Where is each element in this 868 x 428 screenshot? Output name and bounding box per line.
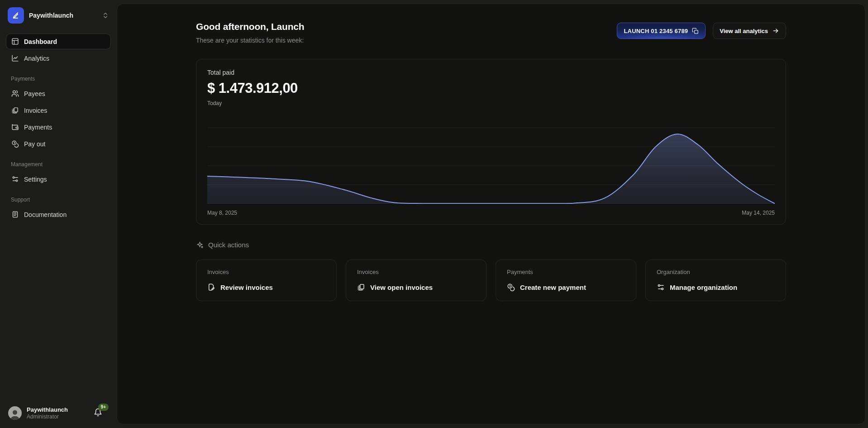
arrow-right-icon bbox=[772, 27, 779, 34]
sidebar-item-label: Pay out bbox=[24, 140, 45, 148]
sidebar-management-nav: Settings bbox=[6, 171, 111, 187]
quick-action-manage-organization[interactable]: Organization Manage organization bbox=[645, 260, 786, 301]
chevrons-up-down-icon bbox=[102, 12, 109, 19]
page-subtitle: These are your statistics for this week: bbox=[196, 37, 304, 44]
quick-action-label: Create new payment bbox=[520, 284, 586, 291]
total-paid-card: Total paid $ 1.473.912,00 Today bbox=[196, 59, 786, 225]
quick-action-label: View open invoices bbox=[370, 284, 433, 291]
sidebar-section-management: Management bbox=[11, 161, 106, 168]
sidebar-item-label: Dashboard bbox=[24, 38, 57, 45]
quick-actions-section: Quick actions Invoices Review invoices I… bbox=[196, 241, 786, 301]
dashboard-icon bbox=[11, 38, 19, 45]
sidebar-payments-nav: Payees Invoices Payments Pay out bbox=[6, 86, 111, 152]
avatar bbox=[8, 406, 22, 420]
launch-logo-icon bbox=[8, 7, 24, 24]
sidebar-item-label: Analytics bbox=[24, 55, 49, 62]
coins-icon bbox=[11, 140, 19, 148]
page-header: Good afternoon, Launch These are your st… bbox=[196, 21, 786, 44]
sparkles-icon bbox=[196, 241, 204, 249]
sidebar-item-payees[interactable]: Payees bbox=[6, 86, 111, 101]
total-paid-title: Total paid bbox=[207, 69, 775, 76]
total-paid-chart bbox=[207, 109, 775, 204]
chart-date-axis: May 8, 2025 May 14, 2025 bbox=[207, 210, 775, 216]
page-title: Good afternoon, Launch bbox=[196, 21, 304, 32]
sidebar-section-support: Support bbox=[11, 197, 106, 203]
header-actions: LAUNCH 01 2345 6789 View all analytics bbox=[617, 23, 786, 39]
stacked-pages-icon bbox=[11, 106, 19, 114]
quick-actions-header: Quick actions bbox=[196, 241, 786, 249]
notification-badge: 9+ bbox=[98, 404, 109, 411]
line-chart-icon bbox=[11, 54, 19, 62]
view-all-analytics-button[interactable]: View all analytics bbox=[713, 23, 786, 39]
sidebar: Paywithlaunch Dashboard Analytics Paymen… bbox=[0, 0, 117, 428]
quick-action-label: Manage organization bbox=[670, 284, 737, 291]
users-icon bbox=[11, 90, 19, 97]
user-meta: Paywithlaunch Administrator bbox=[27, 406, 68, 420]
coins-icon bbox=[507, 283, 515, 291]
sliders-icon bbox=[11, 175, 19, 183]
file-pen-icon bbox=[207, 283, 215, 291]
document-icon bbox=[11, 211, 19, 218]
stacked-pages-icon bbox=[357, 283, 365, 291]
quick-action-review-invoices[interactable]: Invoices Review invoices bbox=[196, 260, 337, 301]
greeting-block: Good afternoon, Launch These are your st… bbox=[196, 21, 304, 44]
notifications-button[interactable]: 9+ bbox=[94, 408, 102, 418]
chart-area bbox=[207, 134, 775, 204]
quick-action-category: Invoices bbox=[357, 269, 475, 275]
workspace-name: Paywithlaunch bbox=[29, 12, 73, 19]
sidebar-item-label: Documentation bbox=[24, 211, 67, 218]
chart-start-date: May 8, 2025 bbox=[207, 210, 237, 216]
sidebar-item-pay-out[interactable]: Pay out bbox=[6, 136, 111, 152]
user-menu[interactable]: Paywithlaunch Administrator 9+ bbox=[6, 405, 111, 421]
account-number-label: LAUNCH 01 2345 6789 bbox=[624, 28, 688, 34]
view-all-analytics-label: View all analytics bbox=[720, 28, 768, 34]
sidebar-item-invoices[interactable]: Invoices bbox=[6, 102, 111, 118]
copy-icon bbox=[692, 28, 699, 34]
user-role: Administrator bbox=[27, 414, 68, 420]
chart-end-date: May 14, 2025 bbox=[742, 210, 775, 216]
sidebar-item-label: Invoices bbox=[24, 107, 47, 114]
wallet-icon bbox=[11, 123, 19, 131]
sliders-icon bbox=[657, 283, 665, 291]
main-area: Good afternoon, Launch These are your st… bbox=[117, 0, 868, 428]
sidebar-main-nav: Dashboard Analytics bbox=[6, 34, 111, 66]
workspace-switcher[interactable]: Paywithlaunch bbox=[6, 5, 111, 25]
sidebar-item-analytics[interactable]: Analytics bbox=[6, 50, 111, 66]
main-panel: Good afternoon, Launch These are your st… bbox=[117, 4, 865, 424]
quick-action-category: Payments bbox=[507, 269, 625, 275]
total-paid-period: Today bbox=[207, 100, 775, 106]
sidebar-support-nav: Documentation bbox=[6, 207, 111, 222]
quick-action-category: Organization bbox=[657, 269, 775, 275]
sidebar-item-label: Settings bbox=[24, 176, 47, 183]
quick-actions-title: Quick actions bbox=[208, 241, 249, 249]
sidebar-item-label: Payments bbox=[24, 124, 52, 131]
total-paid-amount: $ 1.473.912,00 bbox=[207, 80, 775, 96]
sidebar-item-documentation[interactable]: Documentation bbox=[6, 207, 111, 222]
sidebar-item-label: Payees bbox=[24, 90, 45, 97]
sidebar-section-payments: Payments bbox=[11, 76, 106, 82]
user-name: Paywithlaunch bbox=[27, 406, 68, 413]
sidebar-item-settings[interactable]: Settings bbox=[6, 171, 111, 187]
quick-action-create-new-payment[interactable]: Payments Create new payment bbox=[496, 260, 636, 301]
sidebar-item-dashboard[interactable]: Dashboard bbox=[6, 34, 111, 49]
quick-actions-grid: Invoices Review invoices Invoices View o… bbox=[196, 260, 786, 301]
quick-action-label: Review invoices bbox=[220, 284, 273, 291]
quick-action-category: Invoices bbox=[207, 269, 325, 275]
sidebar-item-payments[interactable]: Payments bbox=[6, 119, 111, 135]
account-number-button[interactable]: LAUNCH 01 2345 6789 bbox=[617, 23, 706, 39]
quick-action-view-open-invoices[interactable]: Invoices View open invoices bbox=[346, 260, 486, 301]
